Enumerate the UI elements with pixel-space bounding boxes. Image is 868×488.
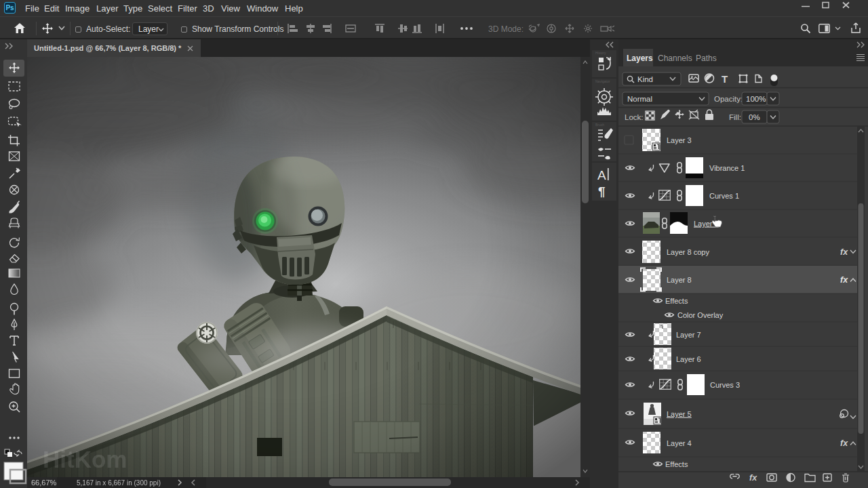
svg-text:A: A [597, 168, 606, 182]
svg-text:Kind: Kind [637, 75, 653, 83]
svg-text:Normal: Normal [627, 95, 652, 103]
svg-text:100%: 100% [746, 95, 766, 103]
svg-text:Curves 3: Curves 3 [710, 381, 740, 389]
svg-text:Layer 8 copy: Layer 8 copy [667, 248, 709, 256]
svg-text:History: History [595, 51, 606, 55]
svg-text:fx: fx [749, 473, 757, 483]
svg-text:Fill:: Fill: [729, 113, 741, 121]
svg-text:fx: fx [840, 247, 848, 257]
svg-text:Paths: Paths [696, 54, 717, 63]
svg-text:Layer 4: Layer 4 [667, 439, 692, 447]
svg-text:fx: fx [840, 275, 848, 285]
svg-text:Layer 6: Layer 6 [676, 355, 701, 363]
svg-text:fx: fx [840, 439, 848, 448]
svg-text:T: T [722, 73, 728, 85]
svg-text:Vibrance 1: Vibrance 1 [709, 164, 745, 172]
svg-text:¶: ¶ [598, 184, 606, 199]
svg-text:Layers: Layers [627, 54, 653, 63]
svg-text:Layer 3: Layer 3 [667, 136, 692, 144]
svg-text:Layer 5: Layer 5 [667, 410, 692, 418]
svg-text:Navigator: Navigator [595, 79, 610, 83]
svg-text:Layer 7: Layer 7 [676, 331, 701, 339]
svg-text:Curves 1: Curves 1 [709, 192, 739, 200]
svg-text:Lock:: Lock: [625, 113, 644, 121]
svg-text:Brush: Brush [595, 123, 604, 127]
svg-text:Effects: Effects [665, 460, 688, 468]
svg-text:Channels: Channels [658, 54, 692, 63]
svg-text:0%: 0% [749, 113, 760, 121]
svg-text:Layer 8: Layer 8 [667, 276, 692, 284]
svg-text:Color Overlay: Color Overlay [677, 311, 724, 319]
svg-text:Effects: Effects [665, 297, 688, 305]
svg-text:HitKom: HitKom [43, 446, 127, 472]
svg-text:Opacity:: Opacity: [714, 95, 743, 103]
